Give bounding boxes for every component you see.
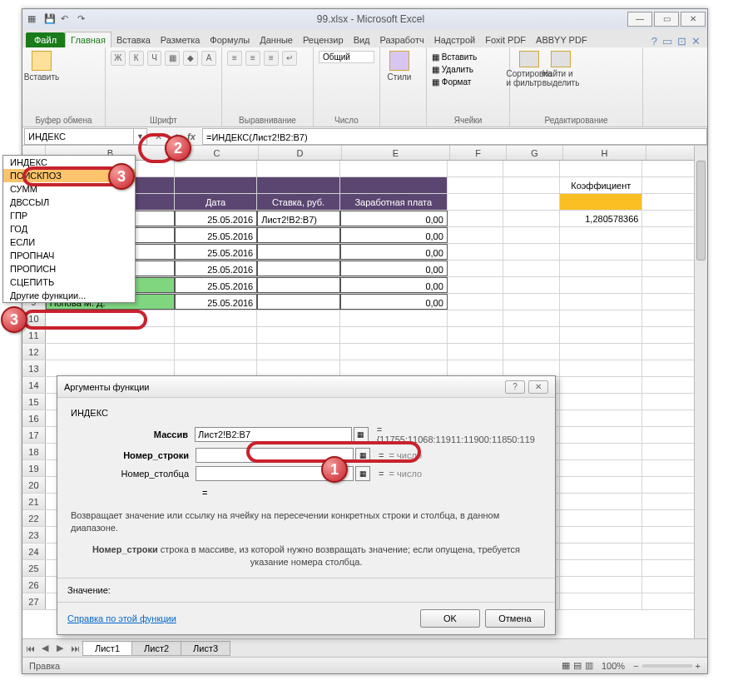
cell[interactable] — [448, 360, 504, 376]
cell[interactable] — [257, 227, 339, 243]
sheet-nav-prev-icon[interactable]: ◀ — [37, 643, 52, 653]
row-header[interactable]: 20 — [22, 477, 46, 493]
cell[interactable]: 25.05.2016 — [175, 294, 257, 310]
wrap-icon[interactable]: ↵ — [282, 51, 297, 66]
cell[interactable] — [448, 211, 504, 226]
cell[interactable] — [46, 360, 175, 376]
cell[interactable] — [448, 161, 504, 176]
col-header[interactable]: G — [507, 146, 563, 160]
cell[interactable] — [560, 494, 642, 509]
minimize-button[interactable]: — — [627, 12, 652, 27]
cell[interactable]: 0,00 — [340, 294, 448, 310]
cell[interactable] — [503, 161, 560, 176]
row-header[interactable]: 17 — [22, 427, 46, 443]
name-box[interactable]: ИНДЕКС ▼ — [24, 128, 147, 145]
cell[interactable] — [560, 261, 642, 276]
tab-home[interactable]: Главная — [65, 32, 111, 47]
cell[interactable] — [175, 344, 257, 360]
cell[interactable] — [560, 310, 642, 326]
tab-insert[interactable]: Вставка — [111, 32, 156, 47]
tab-abbyy[interactable]: ABBYY PDF — [531, 32, 592, 47]
redo-icon[interactable]: ↷ — [77, 13, 89, 25]
cell[interactable] — [257, 244, 339, 260]
cell[interactable] — [175, 161, 257, 176]
dialog-help-link[interactable]: Справка по этой функции — [67, 613, 176, 623]
cell[interactable] — [175, 310, 257, 326]
close-button[interactable]: ✕ — [681, 12, 706, 27]
cell[interactable] — [503, 244, 560, 260]
cell[interactable] — [503, 310, 560, 326]
dialog-close-icon[interactable]: ✕ — [528, 380, 548, 394]
minimize-ribbon-icon[interactable]: ▭ — [662, 35, 672, 47]
insert-cells-button[interactable]: ▦ Вставить — [432, 51, 504, 63]
delete-cells-button[interactable]: ▦ Удалить — [432, 63, 504, 76]
sheet-nav-next-icon[interactable]: ▶ — [52, 643, 67, 653]
cell[interactable] — [340, 161, 448, 176]
cell[interactable] — [448, 294, 504, 310]
dropdown-item[interactable]: Другие функции... — [3, 289, 135, 302]
row-header[interactable]: 25 — [22, 560, 46, 576]
ok-button[interactable]: OK — [420, 609, 480, 628]
paste-button[interactable]: Вставить — [27, 51, 56, 87]
sheet-tab-1[interactable]: Лист1 — [82, 641, 132, 656]
row-header[interactable]: 27 — [22, 593, 46, 609]
row-header[interactable]: 21 — [22, 494, 46, 509]
cell[interactable] — [503, 177, 560, 193]
cell[interactable] — [257, 177, 339, 193]
row-header[interactable]: 19 — [22, 460, 46, 476]
dropdown-item[interactable]: ДВССЫЛ — [3, 196, 135, 209]
cell[interactable] — [560, 327, 642, 343]
cell[interactable] — [257, 161, 339, 176]
cell[interactable] — [560, 377, 642, 393]
col-header[interactable]: E — [342, 146, 450, 160]
cell[interactable] — [175, 327, 257, 343]
cell[interactable]: 25.05.2016 — [175, 244, 257, 260]
cell[interactable] — [340, 177, 448, 193]
cell[interactable] — [175, 177, 257, 193]
cell[interactable] — [257, 294, 339, 310]
font-color-icon[interactable]: A — [201, 51, 216, 66]
cell[interactable]: 0,00 — [340, 244, 448, 260]
bold-icon[interactable]: Ж — [111, 51, 126, 66]
cell[interactable] — [560, 460, 642, 476]
cell[interactable]: 25.05.2016 — [175, 227, 257, 243]
cell[interactable] — [560, 244, 642, 260]
scrollbar-thumb[interactable] — [696, 161, 706, 261]
cell[interactable] — [340, 327, 448, 343]
zoom-slider[interactable] — [642, 664, 692, 668]
row-header[interactable]: 18 — [22, 444, 46, 459]
cell[interactable] — [340, 360, 448, 376]
vertical-scrollbar[interactable] — [694, 146, 707, 662]
cell[interactable] — [448, 244, 504, 260]
border-icon[interactable]: ▦ — [165, 51, 180, 66]
cancel-formula-icon[interactable]: ✕ — [151, 129, 166, 144]
cell[interactable] — [503, 277, 560, 293]
row-header[interactable]: 15 — [22, 394, 46, 410]
col-header[interactable]: F — [450, 146, 507, 160]
cell[interactable] — [257, 344, 339, 360]
row-header[interactable]: 22 — [22, 510, 46, 526]
row-header[interactable]: 16 — [22, 410, 46, 426]
close-doc-icon[interactable]: ✕ — [691, 35, 701, 47]
cell[interactable] — [503, 211, 560, 226]
col-header[interactable]: D — [259, 146, 342, 160]
tab-layout[interactable]: Разметка — [156, 32, 206, 47]
cell[interactable] — [448, 261, 504, 276]
cell[interactable] — [503, 327, 560, 343]
view-normal-icon[interactable]: ▦ — [562, 660, 570, 671]
help-icon[interactable]: ? — [651, 35, 657, 47]
cell[interactable]: 1,280578366 — [560, 211, 642, 226]
cell[interactable] — [448, 177, 504, 193]
view-pagebreak-icon[interactable]: ▥ — [585, 660, 593, 671]
tab-dev[interactable]: Разработч — [375, 32, 429, 47]
cell[interactable]: Заработная плата — [340, 194, 448, 210]
cell[interactable]: 25.05.2016 — [175, 277, 257, 293]
cell[interactable] — [560, 593, 642, 609]
italic-icon[interactable]: К — [129, 51, 144, 66]
cell[interactable] — [503, 227, 560, 243]
cell[interactable] — [560, 227, 642, 243]
tab-review[interactable]: Рецензир — [298, 32, 349, 47]
sheet-nav-first-icon[interactable]: ⏮ — [22, 643, 37, 653]
cell[interactable] — [340, 344, 448, 360]
number-format-select[interactable]: Общий — [319, 51, 374, 63]
